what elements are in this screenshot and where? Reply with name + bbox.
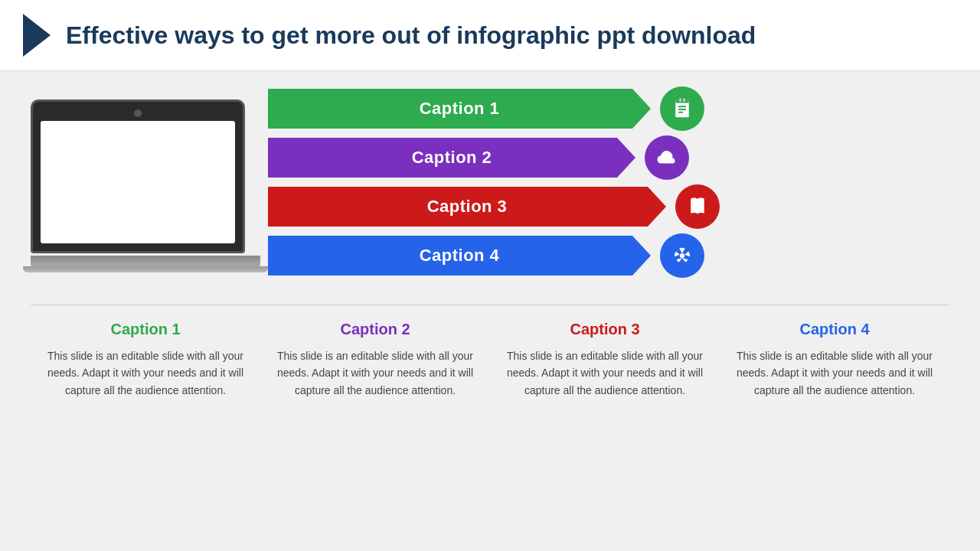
radiation-icon — [671, 244, 694, 267]
caption4-title: Caption 4 — [799, 321, 869, 338]
caption1-text: This slide is an editable slide with all… — [38, 347, 253, 399]
caption-col-4: Caption 4 This slide is an editable slid… — [727, 321, 942, 399]
caption2-text: This slide is an editable slide with all… — [268, 347, 482, 399]
section-divider — [31, 305, 949, 305]
svg-rect-4 — [678, 112, 683, 113]
infographic-section: Caption 1 Caption 2 — [31, 86, 949, 278]
caption2-bar-label: Caption 2 — [412, 148, 492, 168]
caption4-text: This slide is an editable slide with all… — [727, 347, 942, 399]
notepad-icon — [671, 97, 694, 120]
caption1-title: Caption 1 — [110, 321, 180, 338]
cloud-icon — [655, 146, 678, 169]
caption2-title: Caption 2 — [340, 321, 410, 338]
icon-circle-3 — [675, 184, 720, 229]
laptop-screen — [41, 121, 235, 243]
caption-col-3: Caption 3 This slide is an editable slid… — [498, 321, 712, 399]
caption3-bar: Caption 3 — [268, 187, 666, 227]
arrow-bars-section: Caption 1 Caption 2 — [260, 86, 949, 278]
header: Effective ways to get more out of infogr… — [0, 0, 980, 71]
captions-section: Caption 1 This slide is an editable slid… — [31, 321, 949, 399]
caption2-bar: Caption 2 — [268, 138, 635, 178]
main-content: Caption 1 Caption 2 — [0, 71, 980, 406]
caption1-bar: Caption 1 — [268, 89, 651, 129]
svg-rect-6 — [683, 98, 685, 102]
caption4-bar: Caption 4 — [268, 236, 651, 276]
laptop-illustration — [31, 99, 260, 272]
caption3-text: This slide is an editable slide with all… — [498, 347, 712, 399]
caption1-bar-label: Caption 1 — [420, 99, 500, 119]
caption4-bar-label: Caption 4 — [420, 246, 500, 266]
icon-circle-2 — [645, 135, 689, 180]
arrow-row-2: Caption 2 — [268, 135, 949, 180]
svg-rect-5 — [679, 98, 681, 102]
icon-circle-4 — [660, 233, 704, 278]
book-icon — [686, 195, 709, 218]
laptop-base-bottom — [23, 266, 268, 272]
page-title: Effective ways to get more out of infogr… — [66, 21, 756, 50]
caption3-bar-label: Caption 3 — [427, 197, 508, 217]
icon-circle-1 — [660, 86, 704, 131]
svg-rect-2 — [678, 106, 686, 107]
svg-rect-1 — [675, 100, 689, 103]
laptop-base-top — [31, 256, 260, 266]
arrow-row-1: Caption 1 — [268, 86, 949, 131]
header-arrow-icon — [23, 14, 51, 57]
svg-rect-3 — [678, 109, 686, 110]
laptop-camera — [134, 109, 142, 117]
arrow-row-3: Caption 3 — [268, 184, 949, 229]
caption-col-2: Caption 2 This slide is an editable slid… — [268, 321, 482, 399]
caption-col-1: Caption 1 This slide is an editable slid… — [38, 321, 253, 399]
caption3-title: Caption 3 — [570, 321, 639, 338]
svg-point-7 — [680, 253, 684, 258]
arrow-row-4: Caption 4 — [268, 233, 949, 278]
